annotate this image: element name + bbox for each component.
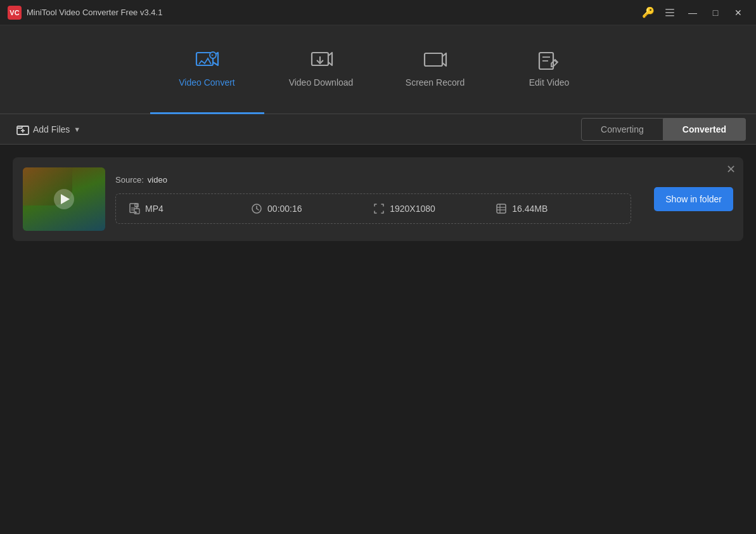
file-duration-detail: 00:00:16: [251, 203, 373, 214]
sub-tab-group: Converting Converted: [581, 118, 746, 141]
title-bar: VC MiniTool Video Converter Free v3.4.1 …: [0, 0, 756, 25]
file-info: Source: video ▶: [115, 175, 631, 224]
video-download-icon: [309, 49, 333, 71]
svg-rect-0: [665, 9, 674, 10]
nav-tab-video-download[interactable]: Video Download: [264, 25, 378, 114]
size-icon: [496, 203, 507, 214]
app-logo: VC: [8, 6, 22, 20]
video-convert-icon: [195, 49, 219, 71]
format-icon: ▶: [129, 203, 140, 214]
converted-tab[interactable]: Converted: [663, 118, 746, 141]
nav-tab-screen-record-label: Screen Record: [406, 77, 464, 88]
file-format-value: MP4: [145, 204, 163, 214]
nav-tab-video-download-label: Video Download: [289, 77, 354, 88]
minimize-button[interactable]: —: [682, 4, 703, 22]
nav-tab-edit-video-label: Edit Video: [529, 77, 570, 88]
edit-video-icon: [537, 49, 561, 71]
nav-tab-video-convert[interactable]: Video Convert: [150, 25, 264, 114]
file-size-detail: 16.44MB: [496, 203, 618, 214]
file-resolution-detail: 1920X1080: [373, 203, 496, 214]
add-files-icon: [16, 124, 29, 135]
app-title: MiniTool Video Converter Free v3.4.1: [27, 8, 642, 17]
converting-tab[interactable]: Converting: [581, 118, 663, 141]
play-triangle-icon: [61, 194, 70, 204]
maximize-button[interactable]: □: [705, 4, 726, 22]
add-files-dropdown-icon: ▼: [74, 126, 80, 133]
svg-line-23: [257, 209, 259, 210]
file-size-value: 16.44MB: [512, 204, 548, 214]
show-in-folder-button[interactable]: Show in folder: [654, 187, 733, 211]
svg-rect-1: [665, 12, 674, 13]
svg-rect-7: [425, 53, 442, 66]
nav-tab-video-convert-label: Video Convert: [179, 77, 234, 88]
file-resolution-value: 1920X1080: [390, 204, 435, 214]
nav-bar: Video Convert Video Download Screen Reco…: [0, 25, 756, 114]
file-duration-value: 00:00:16: [267, 204, 302, 214]
file-thumbnail[interactable]: [23, 167, 105, 231]
nav-tab-edit-video[interactable]: Edit Video: [492, 25, 606, 114]
menu-button[interactable]: [660, 4, 680, 22]
play-button-overlay[interactable]: [54, 189, 74, 209]
window-controls: — □ ✕: [660, 4, 748, 22]
svg-rect-2: [665, 15, 674, 16]
source-label: Source:: [115, 175, 144, 185]
screen-record-icon: [423, 49, 447, 71]
main-content: Source: video ▶: [0, 145, 756, 534]
toolbar: Add Files ▼ Converting Converted: [0, 114, 756, 145]
file-format-detail: ▶ MP4: [129, 203, 251, 214]
nav-tab-screen-record[interactable]: Screen Record: [378, 25, 492, 114]
add-files-button[interactable]: Add Files ▼: [10, 120, 87, 139]
file-details-box: ▶ MP4 00:00:16: [115, 193, 631, 224]
file-card: Source: video ▶: [13, 157, 743, 241]
duration-icon: [251, 203, 262, 214]
add-files-label: Add Files: [33, 124, 70, 134]
resolution-icon: [373, 203, 385, 214]
key-icon: 🔑: [642, 6, 655, 18]
source-value: video: [148, 175, 167, 185]
svg-rect-24: [497, 204, 506, 213]
file-source: Source: video: [115, 175, 631, 185]
card-close-button[interactable]: ✕: [726, 164, 736, 175]
close-button[interactable]: ✕: [728, 4, 748, 22]
svg-text:▶: ▶: [135, 210, 138, 214]
